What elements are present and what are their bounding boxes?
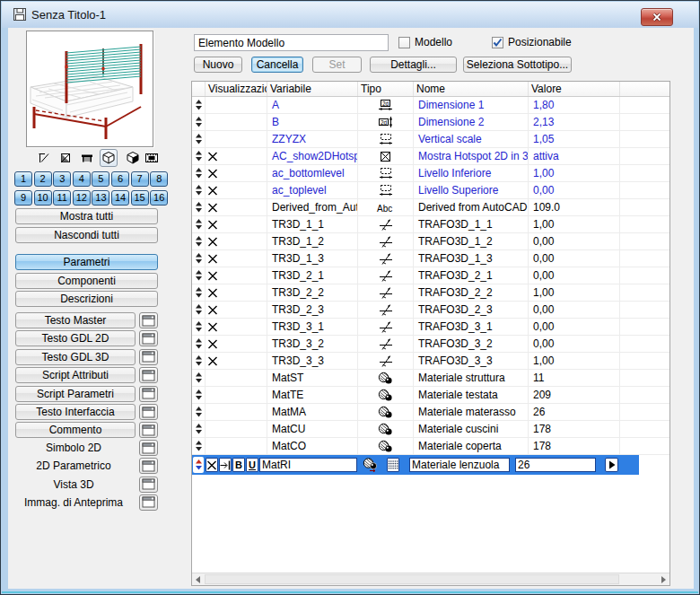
cancella-button[interactable]: Cancella: [251, 57, 303, 73]
script-button-1[interactable]: Testo GDL 2D: [15, 330, 136, 346]
open-script-window-button-1[interactable]: [139, 330, 158, 346]
row-visibility-cell[interactable]: [206, 250, 267, 267]
element-name-input[interactable]: [194, 34, 389, 51]
row-visibility-cell[interactable]: [206, 319, 267, 335]
row-reorder-handle[interactable]: [192, 421, 206, 437]
row-reorder-handle[interactable]: [192, 387, 206, 403]
row-visibility-cell[interactable]: [206, 421, 267, 437]
row-visibility-cell[interactable]: [206, 404, 267, 420]
layer-button-3[interactable]: 3: [53, 171, 71, 187]
layer-button-1[interactable]: 1: [14, 171, 32, 187]
layer-button-10[interactable]: 10: [34, 190, 52, 206]
dettagli-button[interactable]: Dettagli...: [370, 57, 457, 73]
open-script-window-button-5[interactable]: [139, 404, 158, 420]
open-script-window-button-3[interactable]: [139, 367, 158, 383]
row-visibility-cell[interactable]: [206, 182, 267, 198]
script-button-2[interactable]: Testo GDL 3D: [15, 349, 136, 365]
header-visualizzazione[interactable]: Visualizzazione: [206, 82, 267, 96]
open-view-window-button-3[interactable]: [139, 494, 158, 511]
open-view-window-button-1[interactable]: [139, 458, 158, 474]
row-reorder-handle[interactable]: [192, 302, 206, 318]
preview-3d-wireframe-icon[interactable]: [100, 149, 118, 167]
row-visibility-cell[interactable]: [206, 336, 267, 352]
indent-parameter-button[interactable]: [219, 458, 232, 472]
section-button-parametri[interactable]: Parametri: [15, 254, 158, 270]
table-row[interactable]: TR3D_3_2TRAFO3D_3_20,00: [192, 336, 669, 353]
layer-button-4[interactable]: 4: [73, 171, 91, 187]
row-reorder-handle[interactable]: [192, 131, 206, 147]
hide-parameter-button[interactable]: [206, 458, 218, 472]
row-reorder-handle[interactable]: [192, 165, 206, 181]
script-button-3[interactable]: Script Attributi: [15, 367, 136, 383]
row-visibility-cell[interactable]: [206, 216, 267, 232]
scroll-right-icon[interactable]: [661, 576, 666, 583]
script-button-4[interactable]: Script Parametri: [15, 386, 136, 402]
row-visibility-cell[interactable]: [206, 370, 267, 386]
section-button-descrizioni[interactable]: Descrizioni: [15, 291, 158, 307]
table-row[interactable]: MatCUMateriale cuscini178: [192, 421, 669, 438]
mostra-tutti-button[interactable]: Mostra tutti: [15, 208, 158, 224]
table-row[interactable]: MatMAMateriale materasso26: [192, 404, 669, 421]
type-mat-edit-icon[interactable]: [363, 458, 378, 472]
pen-pattern-button[interactable]: [387, 458, 399, 472]
layer-button-2[interactable]: 2: [34, 171, 52, 187]
row-reorder-handle[interactable]: [192, 284, 206, 301]
row-visibility-cell[interactable]: [206, 284, 267, 301]
row-reorder-handle[interactable]: [192, 404, 206, 420]
open-view-window-button-2[interactable]: [139, 477, 158, 493]
table-row[interactable]: B2dDimensione 22,13: [192, 114, 669, 131]
open-script-window-button-6[interactable]: [139, 422, 158, 438]
preview-front-view-icon[interactable]: [78, 149, 96, 167]
layer-button-16[interactable]: 16: [150, 190, 168, 206]
value-picker-button[interactable]: [605, 458, 618, 472]
table-row[interactable]: TR3D_2_1TRAFO3D_2_10,00: [192, 267, 669, 284]
preview-2d-wireframe-icon[interactable]: [35, 149, 53, 167]
table-row[interactable]: TR3D_2_3TRAFO3D_2_30,00: [192, 302, 669, 319]
modello-checkbox[interactable]: [398, 37, 410, 48]
row-reorder-handle[interactable]: [192, 199, 206, 215]
row-reorder-handle[interactable]: [193, 457, 204, 473]
row-visibility-cell[interactable]: [206, 165, 267, 181]
open-script-window-button-4[interactable]: [139, 386, 158, 402]
table-row[interactable]: ac_bottomlevelLivello Inferiore1,00: [192, 165, 669, 182]
row-reorder-handle[interactable]: [192, 438, 206, 454]
layer-button-6[interactable]: 6: [111, 171, 129, 187]
bold-button[interactable]: B: [232, 458, 245, 472]
row-visibility-cell[interactable]: [206, 267, 267, 284]
layer-button-14[interactable]: 14: [111, 190, 129, 206]
layer-button-11[interactable]: 11: [53, 190, 71, 206]
table-row[interactable]: TR3D_1_3TRAFO3D_1_30,00: [192, 250, 669, 267]
row-reorder-handle[interactable]: [192, 370, 206, 386]
table-row[interactable]: Derived_from_Aut...AbcDerived from AutoC…: [192, 199, 669, 216]
open-view-window-button-0[interactable]: [139, 440, 158, 456]
row-visibility-cell[interactable]: [206, 438, 267, 454]
row-reorder-handle[interactable]: [192, 216, 206, 232]
row-visibility-cell[interactable]: [206, 199, 267, 215]
row-visibility-cell[interactable]: [206, 302, 267, 318]
nascondi-tutti-button[interactable]: Nascondi tutti: [15, 227, 158, 243]
set-button[interactable]: Set: [312, 57, 362, 73]
table-row[interactable]: ZZYZXVertical scale1,05: [192, 131, 669, 148]
row-visibility-cell[interactable]: [206, 353, 267, 369]
name-input[interactable]: [409, 458, 510, 472]
row-visibility-cell[interactable]: [206, 97, 267, 113]
table-row[interactable]: TR3D_3_3TRAFO3D_3_31,00: [192, 353, 669, 370]
preview-animation-icon[interactable]: [143, 149, 161, 167]
table-row[interactable]: A2dDimensione 11,80: [192, 97, 669, 114]
row-reorder-handle[interactable]: [192, 336, 206, 352]
layer-button-12[interactable]: 12: [73, 190, 91, 206]
table-row[interactable]: MatSTMateriale struttura11: [192, 370, 669, 387]
row-visibility-cell[interactable]: [206, 148, 267, 164]
row-visibility-cell[interactable]: [206, 387, 267, 403]
seleziona-sottotipo-button[interactable]: Seleziona Sottotipo...: [463, 57, 572, 73]
value-input[interactable]: [515, 458, 596, 472]
script-button-0[interactable]: Testo Master: [15, 312, 136, 328]
nuovo-button[interactable]: Nuovo: [194, 57, 242, 73]
table-row[interactable]: TR3D_3_1TRAFO3D_3_10,00: [192, 319, 669, 336]
posizionabile-checkbox[interactable]: [492, 37, 503, 48]
script-button-6[interactable]: Commento: [15, 422, 136, 438]
row-reorder-handle[interactable]: [192, 233, 206, 249]
header-nome[interactable]: Nome: [414, 82, 529, 96]
underline-button[interactable]: U: [246, 458, 258, 472]
layer-button-7[interactable]: 7: [131, 171, 149, 187]
